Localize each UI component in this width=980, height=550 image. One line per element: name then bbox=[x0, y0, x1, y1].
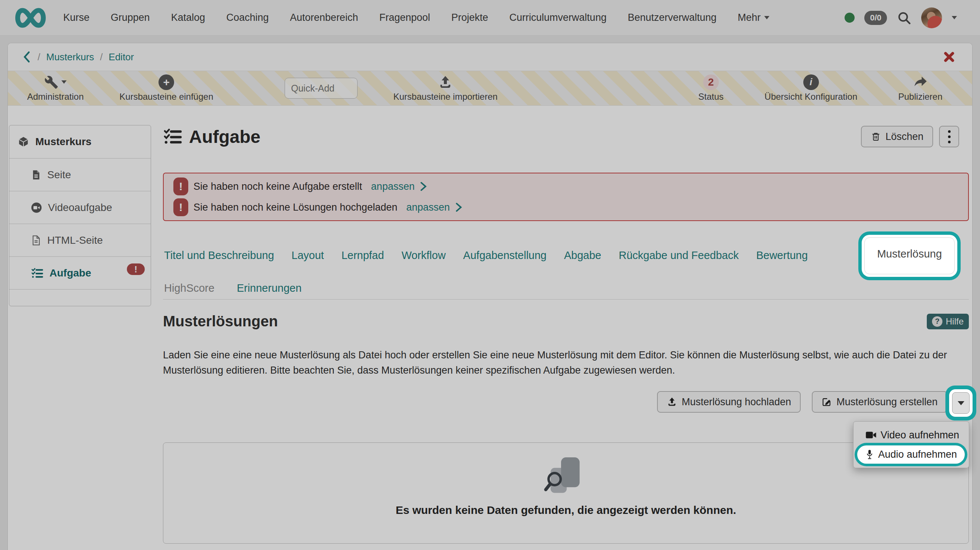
menu-item-video-aufnehmen[interactable]: Video aufnehmen bbox=[853, 425, 969, 445]
config-tabs-row2: HighScore Erinnerungen bbox=[164, 279, 302, 297]
tab-lernpfad[interactable]: Lernpfad bbox=[342, 249, 384, 261]
section-title: Musterlösungen bbox=[163, 313, 278, 330]
tab-abgabe[interactable]: Abgabe bbox=[564, 249, 601, 261]
breadcrumb-bar: / Musterkurs / Editor bbox=[8, 43, 972, 71]
config-tabs: Titel und Beschreibung Layout Lernpfad W… bbox=[164, 246, 808, 265]
nav-kurse[interactable]: Kurse bbox=[63, 12, 90, 24]
tree-label: Musterkurs bbox=[35, 136, 92, 148]
administration-menu[interactable]: Administration bbox=[27, 75, 84, 102]
upload-solution-label: Musterlösung hochladen bbox=[682, 396, 791, 408]
divider bbox=[163, 299, 969, 300]
search-icon[interactable] bbox=[897, 10, 912, 25]
openolat-logo[interactable] bbox=[13, 7, 48, 29]
video-aufnehmen-label: Video aufnehmen bbox=[881, 429, 959, 441]
status-button[interactable]: 2 Status bbox=[698, 75, 724, 102]
nav-curriculumverwaltung[interactable]: Curriculumverwaltung bbox=[509, 12, 606, 24]
menu-item-audio-aufnehmen[interactable]: Audio aufnehmen bbox=[853, 445, 969, 464]
administration-label: Administration bbox=[27, 92, 84, 102]
tab-rueckgabe-und-feedback[interactable]: Rückgabe und Feedback bbox=[619, 249, 738, 261]
tab-musterloesung-label: Musterlösung bbox=[877, 248, 942, 274]
tree-item-seite[interactable]: Seite bbox=[9, 158, 151, 191]
breadcrumb-back-button[interactable] bbox=[22, 51, 32, 63]
tab-erinnerungen[interactable]: Erinnerungen bbox=[237, 282, 301, 294]
chat-counter-badge[interactable]: 0/0 bbox=[864, 11, 887, 25]
nav-autorenbereich[interactable]: Autorenbereich bbox=[290, 12, 358, 24]
insert-course-element-button[interactable]: + Kursbausteine einfügen bbox=[119, 75, 213, 102]
user-menu-chevron-icon[interactable] bbox=[952, 16, 957, 19]
tree-empty-row bbox=[9, 289, 151, 306]
page-icon bbox=[31, 169, 41, 180]
tree-label: HTML-Seite bbox=[47, 234, 103, 246]
nav-gruppen[interactable]: Gruppen bbox=[111, 12, 150, 24]
tree-item-musterkurs[interactable]: Musterkurs bbox=[9, 125, 151, 158]
create-solution-label: Musterlösung erstellen bbox=[836, 396, 938, 408]
record-dropdown-menu: Video aufnehmen Audio aufnehmen bbox=[853, 421, 969, 468]
delete-label: Löschen bbox=[886, 131, 923, 142]
publish-button[interactable]: Publizieren bbox=[898, 75, 942, 102]
chevron-right-icon[interactable] bbox=[420, 182, 427, 191]
breadcrumb-separator: / bbox=[100, 51, 103, 63]
nav-projekte[interactable]: Projekte bbox=[451, 12, 488, 24]
nav-coaching[interactable]: Coaching bbox=[226, 12, 269, 24]
quick-add-input[interactable] bbox=[285, 78, 358, 99]
nav-benutzerverwaltung[interactable]: Benutzerverwaltung bbox=[628, 12, 717, 24]
error-alert: ! Sie haben noch keine Aufgabe erstellt … bbox=[163, 173, 969, 221]
exclamation-badge: ! bbox=[173, 198, 188, 216]
tab-layout[interactable]: Layout bbox=[292, 249, 324, 261]
tree-label: Seite bbox=[47, 169, 71, 181]
help-button[interactable]: ? Hilfe bbox=[927, 314, 969, 329]
user-avatar[interactable] bbox=[921, 8, 942, 28]
course-editor-modal: / Musterkurs / Editor Administration + bbox=[8, 43, 972, 550]
question-circle-icon: ? bbox=[932, 316, 942, 327]
tree-label: Aufgabe bbox=[49, 267, 91, 279]
upload-solution-button[interactable]: Musterlösung hochladen bbox=[657, 391, 801, 413]
nav-katalog[interactable]: Katalog bbox=[171, 12, 205, 24]
create-solution-button[interactable]: Musterlösung erstellen bbox=[812, 391, 947, 413]
chevron-down-icon bbox=[61, 80, 67, 84]
chevron-left-icon bbox=[22, 51, 32, 63]
chevron-down-icon bbox=[764, 16, 769, 19]
publish-label: Publizieren bbox=[898, 92, 942, 102]
top-nav: Kurse Gruppen Katalog Coaching Autorenbe… bbox=[0, 0, 980, 36]
tab-bewertung[interactable]: Bewertung bbox=[756, 249, 808, 261]
alert-anpassen-link[interactable]: anpassen bbox=[406, 202, 450, 213]
task-checklist-icon bbox=[31, 268, 43, 279]
tab-highscore: HighScore bbox=[164, 282, 214, 294]
online-status-dot bbox=[845, 13, 854, 23]
tree-item-videoaufgabe[interactable]: Videoaufgabe bbox=[9, 191, 151, 224]
breadcrumb-separator: / bbox=[38, 51, 40, 63]
tree-item-aufgabe[interactable]: Aufgabe ! bbox=[9, 257, 151, 289]
import-course-elements-button[interactable]: Kursbausteine importieren bbox=[393, 75, 498, 102]
more-actions-button[interactable] bbox=[939, 126, 959, 147]
tab-musterloesung-highlighted[interactable]: Musterlösung bbox=[864, 238, 955, 274]
tab-workflow[interactable]: Workflow bbox=[401, 249, 446, 261]
kebab-icon bbox=[948, 130, 951, 133]
help-label: Hilfe bbox=[946, 316, 964, 327]
status-count-badge: 2 bbox=[703, 75, 719, 90]
alert-anpassen-link[interactable]: anpassen bbox=[371, 181, 414, 192]
close-icon bbox=[943, 51, 955, 63]
edit-icon bbox=[821, 397, 832, 407]
breadcrumb-course-link[interactable]: Musterkurs bbox=[46, 51, 94, 63]
tab-aufgabenstellung[interactable]: Aufgabenstellung bbox=[463, 249, 547, 261]
microphone-icon bbox=[865, 449, 874, 459]
nav-fragenpool[interactable]: Fragenpool bbox=[379, 12, 430, 24]
info-circle-icon: i bbox=[803, 75, 819, 90]
create-solution-dropdown-toggle[interactable] bbox=[952, 392, 970, 414]
overview-configuration-button[interactable]: i Übersicht Konfiguration bbox=[765, 75, 857, 102]
status-label: Status bbox=[698, 92, 724, 102]
exclamation-badge: ! bbox=[173, 177, 188, 195]
tab-titel-und-beschreibung[interactable]: Titel und Beschreibung bbox=[164, 249, 274, 261]
delete-button[interactable]: Löschen bbox=[861, 126, 933, 147]
section-description: Laden Sie eine eine neue Musterlösung al… bbox=[163, 348, 970, 378]
close-editor-button[interactable] bbox=[943, 51, 955, 63]
nav-more-menu[interactable]: Mehr bbox=[738, 12, 770, 24]
caret-down-icon bbox=[958, 401, 964, 405]
breadcrumb-editor-link[interactable]: Editor bbox=[109, 51, 134, 63]
tree-label: Videoaufgabe bbox=[48, 202, 112, 214]
tree-item-html-seite[interactable]: HTML-Seite bbox=[9, 224, 151, 257]
html-page-icon bbox=[31, 235, 41, 246]
chevron-right-icon[interactable] bbox=[455, 202, 463, 212]
upload-icon bbox=[438, 75, 453, 90]
task-checklist-icon bbox=[163, 128, 182, 145]
